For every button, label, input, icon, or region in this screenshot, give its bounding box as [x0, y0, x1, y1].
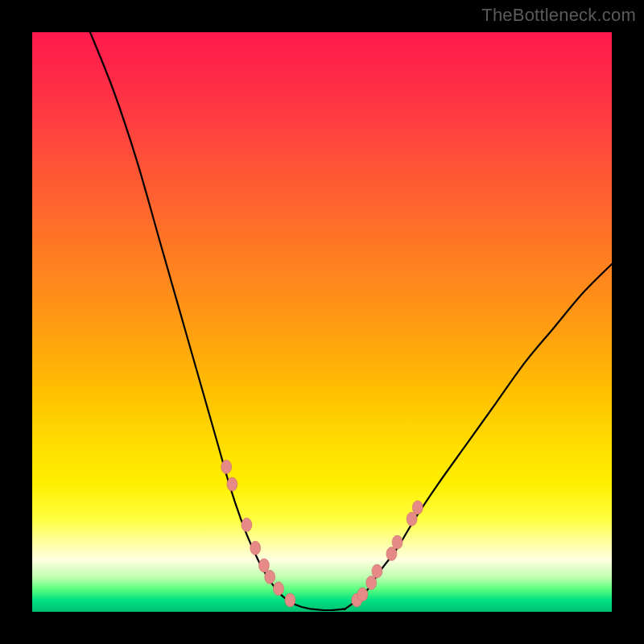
watermark-text: TheBottleneck.com: [481, 5, 636, 26]
curve-left: [90, 32, 345, 610]
data-marker: [242, 518, 252, 532]
data-marker: [250, 541, 261, 555]
data-marker: [227, 477, 237, 491]
data-marker: [412, 501, 423, 514]
chart-frame: TheBottleneck.com: [0, 0, 644, 644]
data-marker: [392, 535, 402, 549]
data-marker: [259, 559, 270, 572]
data-marker: [357, 588, 368, 601]
markers-left: [221, 460, 295, 608]
curve-layer: [32, 32, 612, 612]
data-marker: [221, 460, 232, 474]
plot-area: [32, 32, 612, 612]
data-marker: [274, 582, 284, 596]
data-marker: [372, 564, 382, 578]
data-marker: [366, 576, 377, 590]
data-marker: [265, 570, 275, 584]
markers-right: [352, 501, 423, 607]
data-marker: [407, 512, 417, 526]
curve-right: [345, 264, 612, 609]
data-marker: [386, 547, 397, 561]
data-marker: [285, 593, 295, 607]
